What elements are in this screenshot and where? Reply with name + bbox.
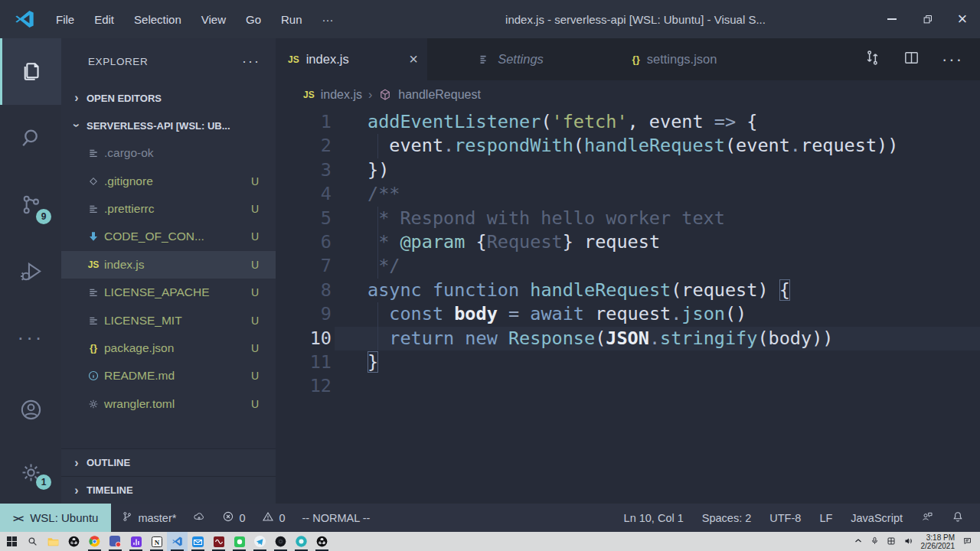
status-lf[interactable]: LF — [812, 512, 839, 524]
status-remote[interactable]: ><WSL: Ubuntu — [0, 504, 111, 532]
taskbar-telegram-icon[interactable] — [250, 532, 270, 551]
close-icon[interactable]: × — [945, 0, 980, 38]
taskbar-notion-icon[interactable]: N — [146, 532, 167, 551]
file-row[interactable]: .cargo-ok — [61, 139, 276, 167]
code-editor[interactable]: 1addEventListener('fetch', event => {2 e… — [276, 109, 980, 504]
status-cloud[interactable] — [186, 510, 212, 525]
taskbar-media-app-2-icon[interactable] — [270, 532, 291, 551]
code-line[interactable]: 7 */ — [276, 254, 980, 278]
tray-chevron-up-icon[interactable] — [854, 535, 863, 549]
tray-grid-icon[interactable] — [887, 535, 896, 549]
git-status-badge: U — [251, 230, 259, 243]
status----normal---[interactable]: -- NORMAL -- — [296, 512, 377, 524]
section-open-editors[interactable]: › OPEN EDITORS — [61, 84, 276, 112]
file-row[interactable]: .prettierrcU — [61, 195, 276, 223]
file-row[interactable]: LICENSE_MITU — [61, 306, 276, 334]
breadcrumb-symbol[interactable]: handleRequest — [398, 88, 481, 102]
file-row[interactable]: CODE_OF_CON...U — [61, 223, 276, 250]
open-changes-icon[interactable] — [864, 49, 881, 70]
explorer-more-icon[interactable]: ··· — [242, 54, 260, 70]
taskbar-search-icon[interactable] — [22, 532, 43, 551]
taskbar-file-explorer-icon[interactable] — [43, 532, 64, 551]
activity-explorer-icon[interactable] — [0, 38, 61, 105]
code-line[interactable]: 11} — [276, 350, 980, 374]
status-feedback[interactable] — [914, 510, 940, 525]
menu-item-[interactable]: ··· — [312, 0, 344, 38]
taskbar-media-app-icon[interactable] — [64, 532, 84, 551]
restore-icon[interactable] — [910, 0, 945, 38]
menu-item-go[interactable]: Go — [236, 0, 271, 38]
code-line[interactable]: 3}) — [276, 158, 980, 182]
js-icon: JS — [86, 259, 101, 270]
status-label: WSL: Ubuntu — [30, 511, 98, 524]
tab-settings-json[interactable]: {}settings.json — [591, 38, 755, 80]
tab-index-js[interactable]: JSindex.js× — [276, 38, 427, 80]
file-row[interactable]: README.mdU — [61, 362, 276, 390]
file-row[interactable]: LICENSE_APACHEU — [61, 279, 276, 306]
microphone-icon[interactable] — [871, 535, 879, 549]
status-error[interactable]: 0 — [215, 510, 252, 525]
minimize-icon[interactable] — [874, 0, 910, 38]
file-row[interactable]: .gitignoreU — [61, 167, 276, 194]
taskbar-messaging-app-icon[interactable] — [105, 532, 126, 551]
warning-icon — [262, 510, 274, 525]
line-number: 7 — [276, 254, 332, 278]
code-line[interactable]: 5 * Respond with hello worker text — [276, 207, 980, 230]
taskbar-mail-icon[interactable] — [188, 532, 208, 551]
file-row[interactable]: {}package.jsonU — [61, 334, 276, 362]
activity-search-icon[interactable] — [0, 105, 61, 171]
taskbar-green-app-icon[interactable] — [229, 532, 250, 551]
status-javascript[interactable]: JavaScript — [844, 512, 910, 524]
menu-item-selection[interactable]: Selection — [124, 0, 191, 38]
taskbar-vscode-icon[interactable] — [167, 532, 188, 551]
activity-run-debug-icon[interactable] — [0, 238, 61, 305]
code-line[interactable]: 6 * @param {Request} request — [276, 230, 980, 254]
activity-more-icon[interactable]: ··· — [0, 305, 61, 371]
activity-source-control-icon[interactable]: 9 — [0, 171, 61, 238]
code-line[interactable]: 2 event.respondWith(handleRequest(event.… — [276, 134, 980, 158]
code-line[interactable]: 10 return new Response(JSON.stringify(bo… — [276, 327, 980, 350]
clock[interactable]: 3:18 PM 2/26/2021 — [921, 533, 956, 550]
close-tab-icon[interactable]: × — [409, 51, 418, 68]
section-timeline[interactable]: › TIMELINE — [61, 476, 276, 504]
code-line[interactable]: 8async function handleRequest(request) { — [276, 279, 980, 302]
taskbar-obs-icon[interactable] — [312, 532, 332, 551]
menu-item-view[interactable]: View — [191, 0, 236, 38]
menu-item-edit[interactable]: Edit — [84, 0, 124, 38]
chevron-right-icon: › — [72, 91, 81, 105]
activity-account-icon[interactable] — [0, 378, 61, 441]
menu-item-file[interactable]: File — [46, 0, 84, 38]
more-actions-icon[interactable]: ··· — [942, 50, 963, 70]
taskbar-audio-app-icon[interactable] — [126, 532, 146, 551]
bell-icon — [952, 510, 964, 525]
menu-item-run[interactable]: Run — [271, 0, 312, 38]
taskbar-start-icon[interactable] — [2, 532, 22, 551]
activity-settings-icon[interactable]: 1 — [0, 441, 61, 504]
code-line[interactable]: 1addEventListener('fetch', event => { — [276, 110, 980, 134]
taskbar-paint-app-icon[interactable] — [291, 532, 312, 551]
tab-settings[interactable]: Settings — [427, 38, 591, 80]
status-warning[interactable]: 0 — [255, 510, 292, 525]
status-spaces--2[interactable]: Spaces: 2 — [695, 512, 759, 524]
status-ln-10--col-1[interactable]: Ln 10, Col 1 — [617, 512, 691, 524]
status-utf-8[interactable]: UTF-8 — [763, 512, 808, 524]
section-outline[interactable]: › OUTLINE — [61, 448, 276, 476]
taskbar-chrome-icon[interactable] — [84, 532, 105, 551]
file-row[interactable]: wrangler.tomlU — [61, 390, 276, 418]
code-line[interactable]: 9 const body = await request.json() — [276, 302, 980, 326]
speaker-icon[interactable] — [903, 535, 913, 549]
file-row[interactable]: JSindex.jsU — [61, 251, 276, 279]
status-branch[interactable]: master* — [114, 510, 183, 525]
breadcrumb-file[interactable]: index.js — [321, 88, 362, 102]
notification-center-icon[interactable] — [962, 535, 972, 549]
status-bell[interactable] — [945, 510, 971, 525]
code-line[interactable]: 4/** — [276, 182, 980, 206]
split-editor-icon[interactable] — [903, 49, 920, 70]
chevron-right-icon: › — [72, 484, 81, 497]
tab-bar: JSindex.js×Settings{}settings.json ··· — [276, 38, 980, 80]
code-line[interactable]: 12 — [276, 374, 980, 398]
section-project[interactable]: › SERVERLESS-API [WSL: UB... — [61, 112, 276, 139]
taskbar-voicemod-icon[interactable] — [208, 532, 229, 551]
svg-text:N: N — [154, 538, 159, 546]
line-number: 5 — [276, 207, 332, 230]
